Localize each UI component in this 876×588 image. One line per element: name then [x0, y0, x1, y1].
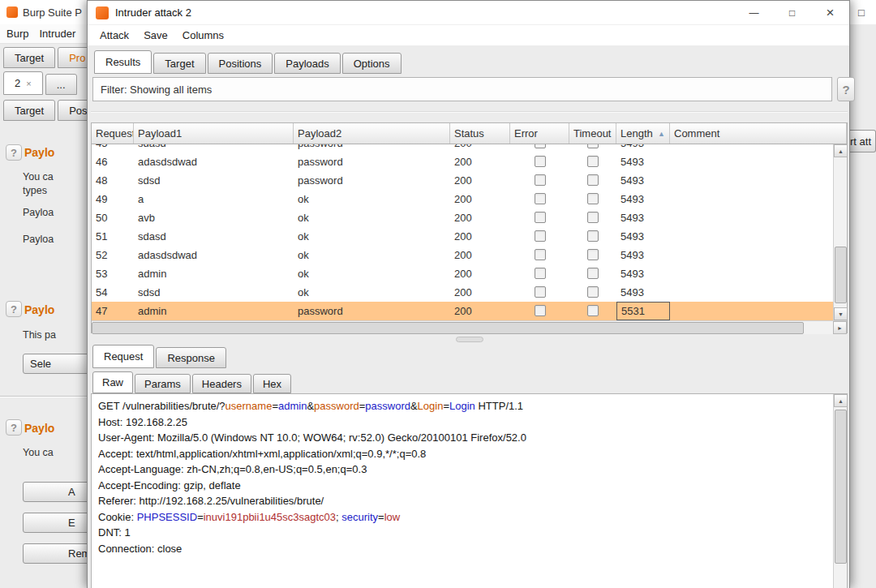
scroll-down-icon[interactable]: ▼: [834, 307, 848, 320]
background-maximize-icon[interactable]: □: [858, 6, 865, 19]
bg-tab-proxy[interactable]: Pro: [58, 47, 87, 68]
burp-logo-icon: [6, 6, 18, 18]
titlebar[interactable]: Intruder attack 2 — □ ×: [88, 1, 849, 25]
column-header-payload2[interactable]: Payload2: [294, 123, 450, 144]
table-cell: 53: [92, 264, 134, 283]
table-row-request-49[interactable]: 49aok2005493: [92, 190, 833, 208]
message-view-tabs: Raw Params Headers Hex: [92, 371, 291, 393]
timeout-checkbox[interactable]: [587, 230, 599, 242]
table-horizontal-scrollbar[interactable]: ►: [92, 320, 847, 334]
timeout-checkbox[interactable]: [587, 305, 599, 316]
menu-save[interactable]: Save: [144, 29, 168, 41]
error-checkbox[interactable]: [535, 212, 546, 223]
error-checkbox[interactable]: [535, 249, 546, 260]
scrollbar-thumb[interactable]: [92, 322, 804, 334]
scroll-up-icon[interactable]: ▲: [834, 394, 848, 407]
tab-results[interactable]: Results: [94, 50, 152, 74]
minimize-button[interactable]: —: [735, 1, 773, 25]
tab-positions[interactable]: Positions: [208, 53, 273, 74]
request-line: Cookie: PHPSESSID=inuvi191pbii1u45sc3sag…: [98, 509, 826, 526]
start-attack-button-fragment[interactable]: rt att: [850, 130, 876, 152]
tab-hex[interactable]: Hex: [253, 374, 291, 393]
menu-attack[interactable]: Attack: [100, 29, 129, 41]
bg-tab-attack-2[interactable]: 2 ×: [3, 71, 43, 95]
background-main-tabs: Target Pro: [0, 44, 87, 68]
request-editor-panel: GET /vulnerabilities/brute/?username=adm…: [91, 393, 848, 588]
scrollbar-thumb[interactable]: [835, 247, 847, 303]
table-row-request-45[interactable]: 45sdasdpassword2005493: [92, 144, 833, 152]
timeout-checkbox[interactable]: [587, 286, 599, 298]
table-cell: 46: [92, 152, 134, 171]
error-checkbox[interactable]: [535, 156, 546, 167]
help-icon[interactable]: ?: [6, 301, 22, 317]
column-header-status[interactable]: Status: [450, 123, 510, 144]
request-line: Accept-Encoding: gzip, deflate: [98, 478, 826, 494]
filter-bar[interactable]: Filter: Showing all items: [92, 77, 832, 101]
timeout-checkbox[interactable]: [587, 268, 599, 279]
table-row-request-48[interactable]: 48sdsdpassword2005493: [92, 171, 833, 190]
scroll-up-icon[interactable]: ▲: [834, 144, 848, 157]
error-checkbox[interactable]: [535, 230, 546, 242]
maximize-button[interactable]: □: [773, 1, 811, 25]
table-cell: 50: [92, 208, 134, 227]
table-cell: ok: [294, 246, 450, 264]
bg-tab-more[interactable]: ...: [45, 74, 77, 95]
table-cell: password: [294, 152, 450, 171]
table-cell: 5493: [616, 264, 670, 283]
menu-columns[interactable]: Columns: [182, 29, 224, 41]
column-header-comment[interactable]: Comment: [670, 123, 847, 144]
error-checkbox[interactable]: [535, 268, 546, 279]
table-vertical-scrollbar[interactable]: ▲ ▼: [833, 144, 847, 320]
table-row-request-46[interactable]: 46adasdsdwadpassword2005493: [92, 152, 833, 171]
table-cell: admin: [134, 302, 294, 320]
timeout-checkbox[interactable]: [587, 212, 599, 223]
editor-vertical-scrollbar[interactable]: ▲: [833, 394, 847, 588]
table-cell: 200: [450, 246, 510, 264]
error-checkbox[interactable]: [535, 305, 546, 316]
scrollbar-thumb[interactable]: [835, 410, 847, 564]
tab-payloads[interactable]: Payloads: [274, 53, 340, 74]
pane-splitter[interactable]: [88, 333, 851, 345]
tab-close-icon[interactable]: ×: [26, 79, 31, 88]
table-row-request-50[interactable]: 50avbok2005493: [92, 208, 833, 227]
table-row-request-53[interactable]: 53adminok2005493: [92, 264, 833, 283]
table-row-request-47[interactable]: 47adminpassword2005531: [92, 302, 833, 320]
column-header-payload1[interactable]: Payload1: [134, 123, 294, 144]
tab-target[interactable]: Target: [153, 53, 205, 74]
bg-tab-target[interactable]: Target: [3, 47, 55, 68]
tab-response[interactable]: Response: [156, 347, 226, 368]
menu-burp[interactable]: Burp: [6, 28, 28, 40]
error-checkbox[interactable]: [535, 286, 546, 298]
error-checkbox[interactable]: [535, 193, 546, 204]
table-row-request-54[interactable]: 54sdsdok2005493: [92, 283, 833, 302]
request-editor[interactable]: GET /vulnerabilities/brute/?username=adm…: [98, 398, 826, 556]
help-icon[interactable]: ?: [6, 419, 22, 436]
menu-intruder[interactable]: Intruder: [39, 28, 75, 40]
timeout-checkbox[interactable]: [587, 249, 599, 260]
table-row-request-52[interactable]: 52adasdsdwadok2005493: [92, 246, 833, 264]
tab-request[interactable]: Request: [92, 345, 154, 368]
scroll-right-icon[interactable]: ►: [833, 321, 847, 334]
timeout-checkbox[interactable]: [587, 156, 599, 167]
error-checkbox[interactable]: [535, 174, 546, 186]
tab-params[interactable]: Params: [135, 374, 191, 393]
column-header-timeout[interactable]: Timeout: [569, 123, 616, 144]
tab-raw[interactable]: Raw: [92, 371, 133, 393]
timeout-checkbox[interactable]: [587, 193, 599, 204]
tab-headers[interactable]: Headers: [192, 374, 251, 393]
column-header-error[interactable]: Error: [510, 123, 569, 144]
close-button[interactable]: ×: [811, 1, 849, 25]
column-header-request[interactable]: Request: [92, 123, 134, 144]
column-header-length[interactable]: Length▲: [616, 123, 670, 144]
bg-tab-target-2[interactable]: Target: [3, 100, 55, 121]
bg-tab-positions[interactable]: Pos: [58, 100, 87, 121]
tab-options[interactable]: Options: [342, 53, 402, 74]
help-button[interactable]: ?: [837, 77, 855, 101]
table-row-request-51[interactable]: 51sdasdok2005493: [92, 227, 833, 246]
splitter-grip-icon[interactable]: [456, 337, 483, 342]
error-checkbox[interactable]: [535, 144, 546, 148]
timeout-checkbox[interactable]: [587, 174, 599, 186]
timeout-checkbox[interactable]: [587, 144, 599, 148]
help-icon[interactable]: ?: [6, 144, 22, 161]
table-cell: adasdsdwad: [134, 152, 294, 171]
